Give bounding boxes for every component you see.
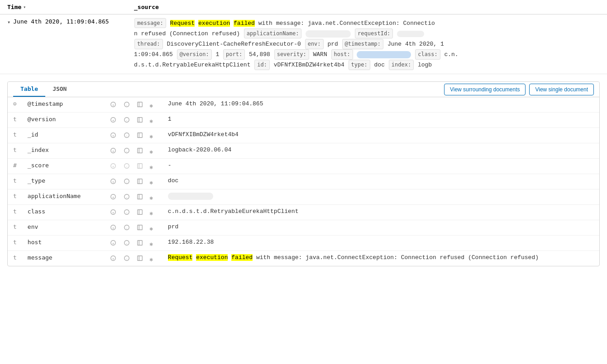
star-icon[interactable]: ✱ [149, 118, 153, 124]
svg-text:-: - [125, 103, 128, 107]
filter-for-icon[interactable]: + [109, 147, 117, 155]
table-row: tenv + - ✱ prd [8, 220, 599, 236]
field-value: vDFNfXIBmDZW4rket4b4 [163, 128, 599, 143]
filter-out-icon[interactable]: - [123, 131, 131, 139]
field-actions: + - ✱ [104, 236, 163, 251]
star-icon[interactable]: ✱ [149, 133, 153, 140]
field-name: env [22, 220, 104, 236]
appname-tag: applicationName: [244, 28, 302, 38]
view-surrounding-button[interactable]: View surrounding documents [444, 84, 526, 95]
filter-for-icon[interactable]: + [109, 208, 117, 216]
field-actions: + - ✱ [104, 220, 163, 236]
star-icon[interactable]: ✱ [149, 225, 153, 232]
table-row: t_id + - ✱ vDFNfXIBmDZW4rket4b4 [8, 128, 599, 143]
field-name: host [22, 236, 104, 251]
filter-out-icon[interactable]: - [123, 193, 131, 201]
requestid-tag: requestId: [355, 28, 393, 38]
table-row: t_index + - ✱ logback-2020.06.04 [8, 143, 599, 159]
toggle-column-icon[interactable] [136, 131, 144, 139]
toggle-column-icon[interactable] [136, 116, 144, 124]
svg-text:-: - [125, 180, 128, 184]
tab-json[interactable]: JSON [45, 82, 74, 97]
filter-for-icon[interactable]: + [109, 100, 117, 109]
toggle-column-icon[interactable] [136, 208, 144, 216]
svg-text:+: + [112, 165, 114, 169]
svg-rect-4 [138, 102, 143, 107]
toggle-column-icon[interactable] [136, 239, 144, 247]
svg-text:-: - [125, 241, 128, 246]
star-icon[interactable]: ✱ [149, 210, 153, 217]
filter-out-icon[interactable]: - [123, 223, 131, 232]
toggle-column-icon[interactable] [136, 193, 144, 201]
field-value: 1 [163, 113, 599, 128]
svg-rect-16 [138, 133, 143, 138]
filter-for-icon[interactable]: + [109, 177, 117, 185]
field-name: _id [22, 128, 104, 143]
table-row: tmessage + - ✱ Request execution failed … [8, 251, 599, 266]
port-tag: port: [223, 49, 245, 59]
table-row: tapplicationName + - ✱ [8, 189, 599, 205]
source-message-highlight: Request execution failed with message: j… [170, 20, 435, 27]
svg-rect-52 [138, 225, 143, 230]
field-type: t [8, 251, 22, 266]
toggle-column-icon[interactable] [136, 100, 144, 109]
field-value: doc [163, 174, 599, 189]
filter-for-icon[interactable]: + [109, 193, 117, 201]
field-value [163, 189, 599, 205]
field-name: _type [22, 174, 104, 189]
star-icon[interactable]: ✱ [149, 241, 153, 247]
star-icon[interactable]: ✱ [149, 179, 153, 186]
svg-text:+: + [112, 180, 114, 184]
tab-table[interactable]: Table [13, 82, 45, 97]
filter-out-icon[interactable]: - [123, 147, 131, 155]
field-type: t [8, 220, 22, 236]
star-icon[interactable]: ✱ [149, 102, 153, 109]
field-value: prd [163, 220, 599, 236]
svg-text:-: - [125, 118, 128, 123]
star-icon: ✱ [149, 164, 153, 170]
table-row: t@version + - ✱ 1 [8, 113, 599, 128]
filter-for-icon[interactable]: + [109, 239, 117, 247]
svg-text:+: + [112, 226, 114, 230]
host-blurred [357, 51, 411, 58]
filter-for-icon[interactable]: + [109, 254, 117, 262]
tabs-list: Table JSON [13, 82, 74, 97]
filter-out-icon[interactable]: - [123, 100, 131, 109]
star-icon[interactable]: ✱ [149, 148, 153, 155]
star-icon[interactable]: ✱ [149, 256, 153, 263]
index-tag: index: [389, 60, 414, 70]
filter-out-icon[interactable]: - [123, 116, 131, 124]
svg-text:+: + [112, 195, 114, 199]
version-tag: @version: [177, 49, 212, 59]
field-actions: + - ✱ [104, 189, 163, 205]
table-row: t_type + - ✱ doc [8, 174, 599, 189]
filter-for-icon[interactable]: + [109, 116, 117, 124]
filter-out-icon[interactable]: - [123, 239, 131, 247]
filter-out-icon[interactable]: - [123, 177, 131, 185]
toggle-column-icon[interactable] [136, 223, 144, 232]
field-actions: + - ✱ [104, 97, 163, 113]
time-column-header[interactable]: Time ▾ [7, 4, 134, 10]
filter-out-icon[interactable]: - [123, 254, 131, 262]
svg-text:-: - [125, 226, 128, 230]
toggle-column-icon[interactable] [136, 147, 144, 155]
env-tag: env: [305, 39, 324, 49]
log-timestamp: June 4th 2020, 11:09:04.865 [13, 18, 109, 25]
filter-out-icon[interactable]: - [123, 208, 131, 216]
expand-arrow-icon[interactable]: ▾ [7, 19, 10, 25]
toggle-column-icon[interactable] [136, 177, 144, 185]
view-single-button[interactable]: View single document [529, 84, 594, 95]
filter-for-icon[interactable]: + [109, 131, 117, 139]
star-icon[interactable]: ✱ [149, 194, 153, 201]
filter-for-icon[interactable]: + [109, 223, 117, 232]
table-row: ⊙@timestamp + - ✱ June 4th 2020, 11:09:0… [8, 97, 599, 113]
toggle-column-icon[interactable] [136, 254, 144, 262]
svg-rect-22 [138, 148, 143, 153]
svg-rect-10 [138, 118, 143, 123]
field-type: # [8, 159, 22, 174]
table-row: tclass + - ✱ c.n.d.s.t.d.RetryableEureka… [8, 205, 599, 220]
svg-text:+: + [112, 103, 114, 107]
svg-rect-58 [138, 241, 143, 246]
sort-icon[interactable]: ▾ [23, 5, 26, 9]
host-tag: host: [331, 49, 353, 59]
